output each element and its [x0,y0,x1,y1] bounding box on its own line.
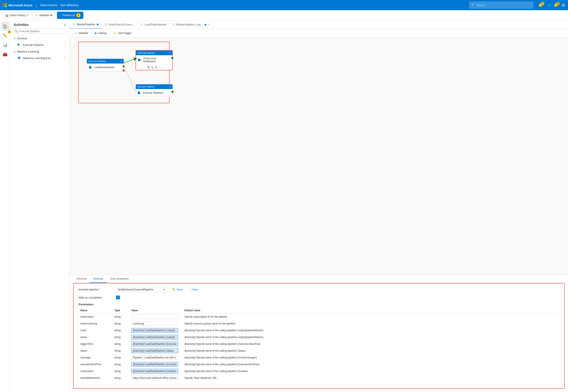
wait-completion-checkbox[interactable]: ✓ [116,295,120,299]
ml-label: Machine Learning [17,50,39,53]
param-row: subscriptionstringSpecify subscription i… [79,313,559,320]
param-default-value: @activity('Specify name of the calling p… [183,327,559,334]
param-name: name [79,334,113,341]
new-link[interactable]: + New [188,287,200,292]
publish-all-button[interactable]: ↑ Publish all 2 [57,12,83,19]
edit-nav-item[interactable]: ✏️ 2 [1,31,9,40]
param-value-cell [130,361,183,368]
node-load-data-pipeline[interactable]: Execute Pipeline ↗ LoadDataPipeline [87,59,124,71]
ml-icon [17,56,21,61]
param-value-input[interactable] [131,376,178,380]
param-value-input[interactable] [131,328,178,333]
ml-execute-item[interactable]: Machine Learning Exe... ⠿ [10,54,70,62]
activity-search-input[interactable] [19,29,65,33]
tab-dot-3 [205,24,206,26]
param-value-input[interactable] [131,342,178,346]
general-category[interactable]: ∨ General [10,35,70,41]
resource-link[interactable]: live-adfactory [61,3,78,7]
validate-toolbar-icon: ✓ [75,31,77,35]
node-on-success[interactable]: Execute Pipeline ↗ OnSuccess Notificatio… [136,50,173,70]
add-trigger-button[interactable]: ⚡ Add trigger [112,31,133,35]
node-expand-icon-1[interactable]: ↗ [120,60,122,63]
alerts-icon[interactable]: 🔔 8 [554,3,558,7]
invoked-pipeline-select[interactable]: NotifyTeamsChannelPipeline ▾ [116,287,167,292]
notifications-icon[interactable]: 🔔 1 [538,3,542,7]
people-icon[interactable]: 👥 [546,3,550,7]
validate-button[interactable]: ✓ Validate [73,31,90,35]
data-factory-button[interactable]: 🏭 Data Factory ▾ [2,12,31,18]
node-header-3: Execute Pipeline ↗ [136,84,172,89]
node-execute-pipeline2[interactable]: Execute Pipeline ↗ Execute Pipeline2 [136,84,173,97]
success-dot-1 [123,65,125,67]
param-value-input[interactable] [131,321,178,326]
col-default-header: Default value [183,308,559,313]
settings-outer-box: Invoked pipeline * NotifyTeamsChannelPip… [73,283,565,389]
home-nav-item[interactable]: 🏠 [1,22,9,31]
settings-icon[interactable]: ⚙️ [561,3,566,7]
param-row: triggerTimestring@activity('Specify name… [79,341,559,347]
param-value-cell [130,334,183,341]
svg-rect-4 [17,44,19,45]
service-link[interactable]: Data Factory [40,3,57,7]
delete-icon[interactable]: 🗑 [147,66,150,69]
monitor-nav-item[interactable]: 📊 [1,41,9,49]
tab-master-pipeline[interactable]: ⬡ MasterPipeline [70,20,101,29]
connect-icon[interactable]: ↔ [158,66,161,69]
second-toolbar: 🏭 Data Factory ▾ ✓ Validate all ↑ Publis… [0,10,568,20]
param-value-input[interactable] [131,355,178,360]
ml-drag-icon: ⠿ [64,56,66,60]
tab-load-data[interactable]: ⬡ LoadDataPipeline [138,20,170,29]
success-dot-3 [171,91,174,93]
param-value-input[interactable] [131,369,178,374]
tab-master-copy[interactable]: ⬡ MasterPipeline_cop... ✕ [169,20,213,29]
tab-label-3: MasterPipeline_cop... [176,23,203,26]
search-bar[interactable]: 🔍 [469,2,533,9]
node-expand-icon-3[interactable]: ↗ [169,85,171,88]
validate-all-button[interactable]: ✓ Validate all [33,12,55,18]
param-value-input[interactable] [131,349,178,353]
param-default-value: Specify resource group name for the pipe… [183,320,559,327]
param-value-input[interactable] [131,362,178,367]
execute-pipeline-label: Execute Pipeline [23,43,43,46]
param-row: executionEndTimestring@activity('Specify… [79,361,559,368]
tab-notify-teams[interactable]: ⬡ NotifyTeamsChann... [101,20,138,29]
search-input[interactable] [476,4,531,7]
param-row: resourceGroupstringSpecify resource grou… [79,320,559,327]
top-nav-bar: Microsoft Azure | Data Factory › live-ad… [0,0,568,10]
svg-rect-3 [5,5,7,7]
collapse-icon[interactable]: ‹‹ [64,23,66,27]
activity-search-box[interactable]: 🔍 [13,28,67,34]
publish-icon: ↑ [60,14,61,17]
canvas-area: ⬡ MasterPipeline ⬡ NotifyTeamsChann... ⬡… [70,20,568,392]
copy-icon[interactable]: ⧉ [155,66,157,69]
parameters-table: Name Type Value Default value subscripti… [79,308,559,381]
validate-icon: ✓ [35,14,38,17]
param-value-input[interactable] [131,335,178,339]
tab-close-3[interactable]: ✕ [208,23,210,26]
pipeline-canvas[interactable]: Execute Pipeline ↗ LoadDataPipeline E [70,37,568,275]
tab-bar: ⬡ MasterPipeline ⬡ NotifyTeamsChann... ⬡… [70,20,568,29]
node-title-1: Execute Pipeline [89,60,106,62]
svg-marker-5 [20,44,21,45]
data-factory-chevron: ▾ [27,14,28,16]
open-link[interactable]: ✏️ Open [170,287,185,292]
select-chevron: ▾ [164,288,165,291]
param-default-value: Specify Team Webhook URL [183,375,559,381]
param-default-value: @activity('Specify name of the calling p… [183,368,559,375]
node-label-1: LoadDataPipeline [94,66,114,69]
user-properties-tab[interactable]: User properties [106,275,132,283]
ml-category[interactable]: ∨ Machine Learning [10,49,70,54]
param-value-input[interactable] [131,314,178,319]
validate-all-label: Validate all [39,14,53,17]
node-icon-2 [138,58,142,62]
execute-pipeline-item[interactable]: Execute Pipeline ⠿ [10,41,70,49]
node-icon-3 [138,91,142,95]
settings-tab[interactable]: Settings [90,275,106,283]
general-tab[interactable]: General [73,275,90,283]
success-dot-2 [171,57,173,59]
node-expand-icon-2[interactable]: ↗ [169,51,171,54]
manage-nav-item[interactable]: 🧰 [1,50,9,59]
svg-point-6 [18,57,20,59]
code-icon[interactable]: {} [152,66,153,69]
debug-button[interactable]: ▶ Debug [93,31,108,35]
